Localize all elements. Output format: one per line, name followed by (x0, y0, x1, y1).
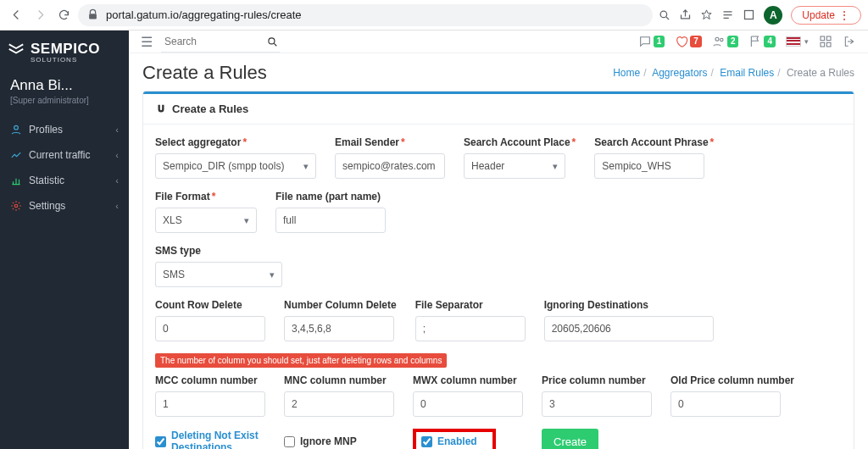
star-icon[interactable] (700, 8, 713, 21)
badge: 1 (654, 36, 665, 47)
forward-button[interactable] (31, 6, 49, 25)
enabled-highlight-box: Enabled (413, 429, 496, 449)
file-format-select[interactable]: XLS▾ (155, 208, 257, 233)
num-col-input[interactable] (284, 316, 394, 341)
chevron-down-icon: ▾ (244, 215, 249, 226)
search-input[interactable] (161, 33, 310, 50)
svg-rect-10 (821, 36, 825, 41)
update-button[interactable]: Update⋮ (791, 6, 861, 25)
search-phrase-label: Search Account Phrase* (594, 136, 714, 148)
count-row-label: Count Row Delete (155, 299, 265, 311)
svg-rect-0 (89, 14, 97, 19)
num-col-label: Number Column Delete (284, 299, 397, 311)
file-name-input[interactable] (275, 208, 386, 233)
svg-rect-12 (821, 42, 825, 47)
mwx-input[interactable] (413, 391, 523, 417)
traffic-icon (10, 149, 22, 161)
checkbox-input[interactable] (421, 436, 432, 447)
svg-point-1 (660, 11, 667, 18)
search-place-select[interactable]: Header▾ (464, 153, 565, 179)
svg-rect-11 (826, 36, 831, 41)
brand-name: SEMPICO (31, 42, 100, 56)
logo-mark-icon (7, 39, 25, 58)
top-chat-button[interactable]: 1 (638, 35, 665, 48)
sidebar-item-profiles[interactable]: Profiles‹ (0, 117, 129, 142)
statistic-icon (10, 175, 22, 186)
top-users-button[interactable]: 2 (712, 35, 739, 48)
sidebar: SEMPICO SOLUTIONS Anna Bi... [Super admi… (0, 30, 129, 449)
breadcrumb-aggregators[interactable]: Aggregators (652, 67, 707, 79)
logout-icon[interactable] (843, 35, 856, 48)
ignore-mnp-checkbox[interactable]: Ignore MNP (284, 435, 394, 447)
panel-head: Create a Rules (143, 94, 854, 125)
breadcrumb-home[interactable]: Home (613, 67, 640, 79)
ignore-dest-input[interactable] (544, 316, 714, 341)
sidebar-item-statistic[interactable]: Statistic‹ (0, 168, 129, 193)
checkbox-label: Ignore MNP (300, 435, 357, 447)
price-input[interactable] (542, 391, 652, 417)
chevron-down-icon: ▾ (303, 161, 309, 172)
top-flag-button[interactable]: 4 (748, 35, 776, 48)
panel: Create a Rules Select aggregator* Sempic… (142, 91, 854, 449)
hint-text: The number of column you should set, jus… (155, 353, 447, 368)
top-heart-button[interactable]: 7 (675, 35, 702, 48)
deleting-not-exist-checkbox[interactable]: Deleting Not Exist Destinations (155, 430, 265, 449)
breadcrumb-email-rules[interactable]: Email Rules (720, 67, 774, 79)
share-icon[interactable] (679, 8, 692, 21)
topbar: ☰ 1 7 2 4 ▾ (129, 30, 868, 53)
svg-point-5 (14, 204, 18, 208)
mcc-input[interactable] (155, 391, 265, 417)
checkbox-input[interactable] (155, 436, 166, 447)
sidebar-item-label: Current traffic (29, 149, 90, 161)
sidebar-item-settings[interactable]: Settings‹ (0, 193, 129, 219)
enabled-checkbox[interactable]: Enabled (421, 435, 477, 447)
kebab-icon: ⋮ (838, 9, 850, 21)
create-button[interactable]: Create (542, 429, 598, 449)
url-text: portal.gatum.io/aggregating-rules/create (106, 8, 302, 21)
breadcrumb-current: Create a Rules (787, 67, 854, 79)
settings-icon (10, 200, 22, 212)
aggregator-select[interactable]: Sempico_DIR (smpp tools)▾ (155, 153, 316, 179)
logo[interactable]: SEMPICO SOLUTIONS (0, 30, 129, 69)
back-button[interactable] (7, 6, 25, 25)
search-phrase-input[interactable] (594, 153, 704, 179)
lock-icon (86, 8, 99, 21)
profiles-icon (10, 124, 22, 136)
sms-type-select[interactable]: SMS▾ (155, 262, 282, 287)
grid-icon[interactable] (819, 35, 832, 48)
old-price-input[interactable] (670, 391, 781, 417)
email-sender-input[interactable] (335, 153, 445, 179)
language-selector[interactable]: ▾ (786, 36, 809, 47)
checkbox-input[interactable] (284, 436, 295, 447)
chevron-down-icon: ▾ (553, 161, 558, 172)
profile-avatar[interactable]: A (764, 6, 782, 25)
chevron-left-icon: ‹ (115, 150, 119, 160)
search-place-label: Search Account Place* (464, 136, 576, 148)
badge: 7 (690, 36, 702, 47)
file-sep-input[interactable] (415, 316, 526, 341)
sms-type-label: SMS type (155, 245, 282, 257)
search-icon (266, 36, 278, 47)
reload-button[interactable] (54, 6, 73, 25)
user-block[interactable]: Anna Bi... [Super administrator] (0, 69, 129, 112)
user-name: Anna Bi... (10, 77, 119, 94)
sidebar-item-label: Statistic (29, 175, 64, 186)
zoom-icon[interactable] (658, 8, 670, 21)
checkbox-label: Enabled (437, 435, 477, 447)
mnc-input[interactable] (284, 391, 394, 417)
count-row-input[interactable] (155, 316, 265, 341)
address-bar[interactable]: portal.gatum.io/aggregating-rules/create (78, 4, 653, 26)
search-box[interactable] (161, 30, 280, 53)
sidebar-item-current-traffic[interactable]: Current traffic‹ (0, 142, 129, 168)
badge: 4 (764, 36, 776, 47)
svg-rect-3 (745, 11, 754, 19)
svg-point-4 (14, 125, 19, 130)
chevron-left-icon: ‹ (115, 125, 119, 135)
reading-list-icon[interactable] (721, 8, 734, 21)
svg-line-7 (274, 43, 276, 46)
magnet-icon (155, 103, 167, 115)
hamburger-icon[interactable]: ☰ (141, 34, 153, 50)
extensions-icon[interactable] (743, 8, 755, 21)
svg-point-6 (269, 37, 275, 43)
chevron-left-icon: ‹ (115, 175, 119, 186)
